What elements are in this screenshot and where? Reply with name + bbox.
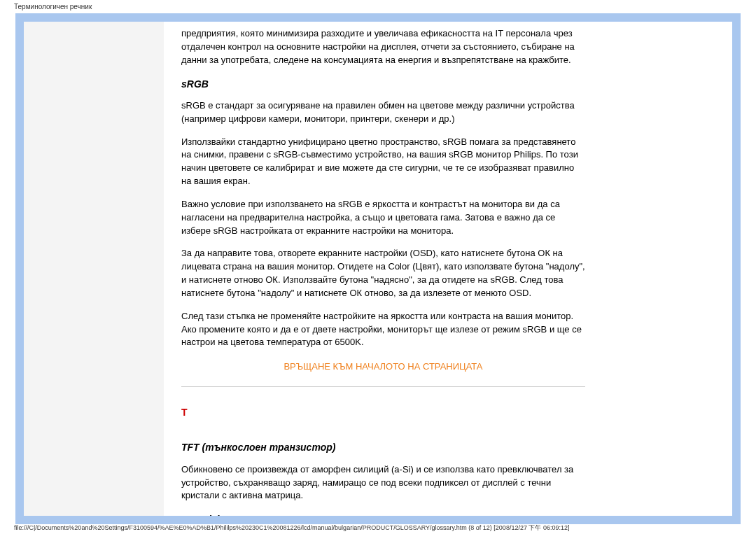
letter-t-heading: T: [181, 405, 585, 419]
footer-path: file:///C|/Documents%20and%20Settings/F3…: [14, 524, 569, 533]
truevision-heading: TrueVision: [181, 512, 585, 524]
srgb-heading: sRGB: [181, 77, 585, 91]
back-to-top-link[interactable]: ВРЪЩАНЕ КЪМ НАЧАЛОТО НА СТРАНИЦАТА: [181, 360, 585, 374]
content-frame: предприятия, която минимизира разходите …: [15, 13, 741, 524]
srgb-paragraph-4: За да направите това, отворете екранните…: [181, 247, 585, 300]
srgb-paragraph-1: sRGB е стандарт за осигуряване на правил…: [181, 99, 585, 126]
srgb-paragraph-5: След тази стъпка не променяйте настройки…: [181, 310, 585, 350]
left-sidebar: [24, 22, 164, 516]
tft-heading: TFT (тънкослоен транзистор): [181, 440, 585, 454]
intro-paragraph-cut: предприятия, която минимизира разходите …: [181, 27, 585, 67]
tft-paragraph: Обикновено се произвежда от аморфен сили…: [181, 463, 585, 503]
srgb-paragraph-3: Важно условие при използването на sRGB е…: [181, 198, 585, 238]
srgb-paragraph-2: Използвайки стандартно унифицирано цветн…: [181, 136, 585, 188]
page-header-title: Терминологичен речник: [0, 0, 756, 13]
main-content: предприятия, която минимизира разходите …: [167, 22, 599, 524]
section-divider: [181, 386, 585, 387]
